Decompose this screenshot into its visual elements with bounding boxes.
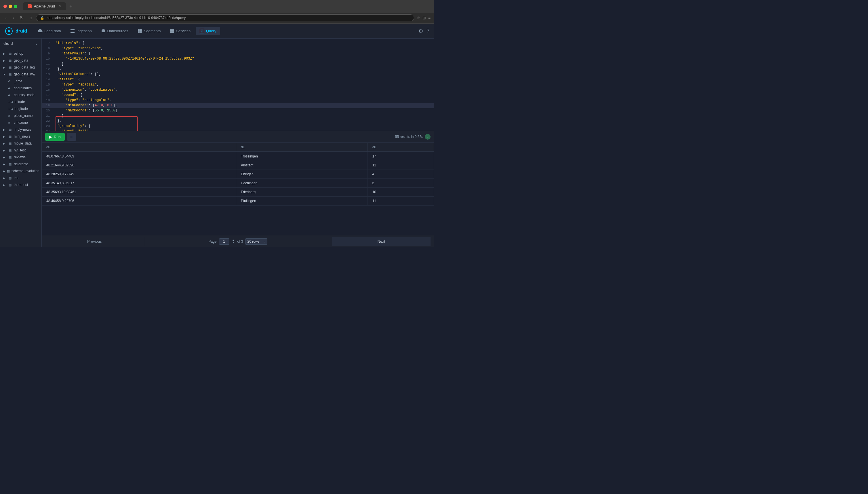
run-play-icon: ▶ bbox=[49, 135, 52, 139]
sidebar-collapse-btn[interactable]: ⌄ bbox=[35, 41, 38, 46]
sidebar-item-label: latitude bbox=[14, 100, 25, 104]
sidebar-item-schema-evolution[interactable]: ▶ ▦ schema_evolution bbox=[0, 168, 41, 174]
tab-close-btn[interactable]: × bbox=[59, 4, 61, 8]
code-line-8: 8 "type": "intervals", bbox=[42, 46, 434, 51]
sidebar-subitem-latitude[interactable]: 123 latitude bbox=[0, 98, 41, 106]
sidebar-item-geo-data-ww[interactable]: ▼ ▦ geo_data_ww bbox=[0, 71, 41, 78]
traffic-lights bbox=[3, 5, 17, 8]
cell-a0: 10 bbox=[368, 188, 434, 197]
druid-logo: druid bbox=[5, 27, 27, 35]
sidebar-item-theta-test[interactable]: ▶ ▦ theta test bbox=[0, 182, 41, 188]
nav-ingestion[interactable]: Ingestion bbox=[66, 27, 96, 35]
table-icon: ▦ bbox=[8, 141, 12, 145]
sidebar-item-eshop[interactable]: ▶ ▦ eshop bbox=[0, 50, 41, 57]
sidebar-subitem-longitude[interactable]: 123 longitude bbox=[0, 106, 41, 112]
sidebar-subitem-coordinates[interactable]: A coordinates bbox=[0, 84, 41, 92]
prev-page-btn[interactable]: Previous bbox=[45, 237, 144, 246]
table-icon: ▦ bbox=[8, 52, 12, 56]
next-page-btn[interactable]: Next bbox=[332, 237, 431, 246]
string-icon: A bbox=[8, 87, 12, 90]
sidebar-subitem-timezone[interactable]: A timezone bbox=[0, 119, 41, 126]
code-line-19: 19 "minCoords": [47.0, 6.0], bbox=[42, 103, 434, 108]
col-header-d0: d0 bbox=[42, 143, 236, 152]
forward-btn[interactable]: › bbox=[11, 15, 16, 21]
settings-btn[interactable]: ⚙ bbox=[419, 28, 423, 34]
results-table[interactable]: d0 d1 a0 48.07667,8.64409Trossingen1748.… bbox=[42, 143, 434, 235]
table-icon: ▦ bbox=[8, 149, 12, 152]
nav-services[interactable]: Services bbox=[166, 27, 195, 35]
table-icon: ▦ bbox=[7, 169, 10, 173]
number-icon: 123 bbox=[8, 107, 12, 111]
refresh-btn[interactable]: ↻ bbox=[18, 15, 25, 21]
string-icon: A bbox=[8, 94, 12, 97]
sidebar-item-imply-news[interactable]: ▶ ▦ imply-news bbox=[0, 126, 41, 133]
sidebar-item-reviews[interactable]: ▶ ▦ reviews bbox=[0, 154, 41, 160]
logo-text: druid bbox=[16, 28, 27, 34]
run-btn[interactable]: ▶ Run bbox=[45, 133, 65, 141]
sidebar-subitem-place-name[interactable]: A place_name bbox=[0, 112, 41, 119]
lock-icon: 🔒 bbox=[40, 16, 44, 20]
maximize-window-btn[interactable] bbox=[14, 5, 17, 8]
chevron-right-icon: ▶ bbox=[3, 59, 6, 62]
page-stepper[interactable]: ▲ ▼ bbox=[232, 239, 235, 244]
code-line-17: 17 "bound": { bbox=[42, 93, 434, 98]
sidebar-item-nvl-test[interactable]: ▶ ▦ nvl_test bbox=[0, 147, 41, 154]
browser-tab[interactable]: D Apache Druid × bbox=[23, 2, 66, 11]
query-icon bbox=[200, 29, 204, 33]
table-body: 48.07667,8.64409Trossingen1748.21644,9.0… bbox=[42, 152, 434, 206]
sidebar-item-label: nvl_test bbox=[14, 148, 26, 152]
number-icon: 123 bbox=[8, 100, 12, 103]
nav-load-data[interactable]: Load data bbox=[34, 27, 65, 35]
table-row: 48.35149,8.96317Hechingen6 bbox=[42, 179, 434, 188]
sidebar-item-movie-data[interactable]: ▶ ▦ movie_data bbox=[0, 140, 41, 147]
svg-rect-1 bbox=[71, 30, 75, 30]
col-header-d1: d1 bbox=[236, 143, 368, 152]
address-bar[interactable]: 🔒 https://imply-sales.implycloud.com/dru… bbox=[36, 14, 414, 21]
code-editor[interactable]: 7 "intervals": { 8 "type": "intervals", … bbox=[42, 39, 434, 131]
svg-rect-5 bbox=[138, 29, 140, 31]
cell-d1: Ehingen bbox=[236, 170, 368, 179]
page-number-input[interactable] bbox=[219, 239, 229, 245]
page-down-btn[interactable]: ▼ bbox=[232, 242, 235, 244]
help-btn[interactable]: ? bbox=[426, 28, 429, 34]
chevron-right-icon: ▶ bbox=[3, 183, 6, 187]
extensions-icon[interactable]: ⊞ bbox=[423, 16, 426, 20]
nav-segments[interactable]: Segments bbox=[134, 27, 165, 35]
nav-segments-label: Segments bbox=[144, 29, 161, 33]
sidebar-item-label: timezone bbox=[14, 121, 28, 125]
table-row: 48.28259,9.72749Ehingen4 bbox=[42, 170, 434, 179]
sidebar-item-label: country_code bbox=[14, 93, 35, 97]
sidebar-item-geo-data[interactable]: ▶ ▦ geo_data bbox=[0, 57, 41, 64]
sidebar-item-test[interactable]: ▶ ▦ test bbox=[0, 174, 41, 182]
more-options-btn[interactable]: ··· bbox=[67, 133, 76, 141]
data-table: d0 d1 a0 48.07667,8.64409Trossingen1748.… bbox=[42, 143, 434, 206]
sidebar-subitem-time[interactable]: ⏱ _time bbox=[0, 78, 41, 84]
close-window-btn[interactable] bbox=[3, 5, 7, 8]
new-tab-btn[interactable]: + bbox=[69, 3, 73, 10]
nav-query[interactable]: Query bbox=[196, 27, 220, 35]
code-line-20: 20 "maxCoords": [55.0, 15.0] bbox=[42, 108, 434, 113]
cell-a0: 11 bbox=[368, 197, 434, 206]
bookmark-icon[interactable]: ☆ bbox=[417, 16, 420, 20]
back-btn[interactable]: ‹ bbox=[3, 15, 8, 21]
sidebar-item-mini-news[interactable]: ▶ ▦ mini_news bbox=[0, 133, 41, 140]
minimize-window-btn[interactable] bbox=[8, 5, 12, 8]
sidebar-subitem-country-code[interactable]: A country_code bbox=[0, 92, 41, 98]
results-success-icon bbox=[425, 134, 430, 140]
nav-datasources-label: Datasources bbox=[107, 29, 128, 33]
home-btn[interactable]: ⌂ bbox=[27, 15, 34, 21]
sidebar-item-ristorante[interactable]: ▶ ▦ ristorante bbox=[0, 160, 41, 168]
rows-per-page-select[interactable]: 20 rows 50 rows 100 rows bbox=[245, 239, 267, 245]
sidebar-item-label: test bbox=[14, 176, 19, 180]
cell-d1: Albstadt bbox=[236, 161, 368, 170]
server-icon bbox=[170, 29, 174, 33]
menu-icon[interactable]: ≡ bbox=[428, 16, 430, 20]
sidebar-item-geo-data-leg[interactable]: ▶ ▦ geo_data_leg bbox=[0, 64, 41, 71]
sidebar-item-label: _time bbox=[14, 79, 22, 83]
nav-datasources[interactable]: Datasources bbox=[97, 27, 132, 35]
sidebar-item-label: place_name bbox=[14, 114, 33, 118]
database-icon bbox=[101, 29, 105, 33]
cell-d1: Hechingen bbox=[236, 179, 368, 188]
code-line-18: 18 "type": "rectangular", bbox=[42, 98, 434, 103]
druid-logo-icon bbox=[5, 27, 13, 35]
